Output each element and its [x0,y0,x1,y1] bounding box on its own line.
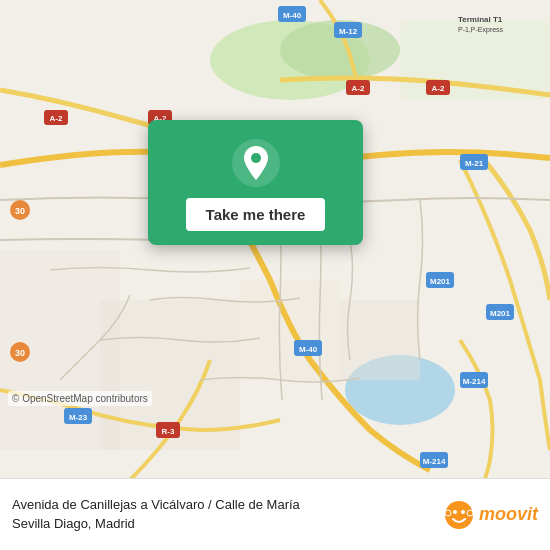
svg-text:M-23: M-23 [69,413,88,422]
svg-text:A-2: A-2 [352,84,365,93]
moovit-mascot-icon [443,499,475,531]
svg-text:M201: M201 [430,277,451,286]
map-view[interactable]: M-40 M-12 Terminal T1 P-1,P-Express A-2 … [0,0,550,480]
svg-text:M-40: M-40 [299,345,318,354]
svg-rect-8 [340,300,420,380]
address-container: Avenida de Canillejas a Vicálvaro / Call… [12,496,435,532]
svg-text:M-40: M-40 [283,11,302,20]
moovit-label: moovit [479,504,538,525]
svg-text:30: 30 [15,348,25,358]
address-line1: Avenida de Canillejas a Vicálvaro / Call… [12,496,435,514]
bottom-bar: Avenida de Canillejas a Vicálvaro / Call… [0,478,550,550]
address-line2: Sevilla Diago, Madrid [12,515,435,533]
svg-point-49 [461,510,465,514]
map-attribution: © OpenStreetMap contributors [8,391,152,406]
location-pin-icon [231,138,281,188]
svg-text:A-2: A-2 [50,114,63,123]
svg-text:M-12: M-12 [339,27,358,36]
moovit-logo: moovit [443,499,538,531]
svg-text:P-1,P-Express: P-1,P-Express [458,26,504,34]
svg-text:M201: M201 [490,309,511,318]
svg-text:30: 30 [15,206,25,216]
svg-text:A-2: A-2 [432,84,445,93]
svg-text:M-214: M-214 [423,457,446,466]
svg-point-46 [251,153,261,163]
svg-text:M-21: M-21 [465,159,484,168]
svg-text:M-214: M-214 [463,377,486,386]
svg-point-51 [467,510,473,516]
location-card[interactable]: Take me there [148,120,363,245]
take-me-there-button[interactable]: Take me there [186,198,326,231]
svg-text:Terminal T1: Terminal T1 [458,15,503,24]
svg-point-50 [445,510,451,516]
svg-text:R-3: R-3 [162,427,175,436]
svg-point-48 [453,510,457,514]
